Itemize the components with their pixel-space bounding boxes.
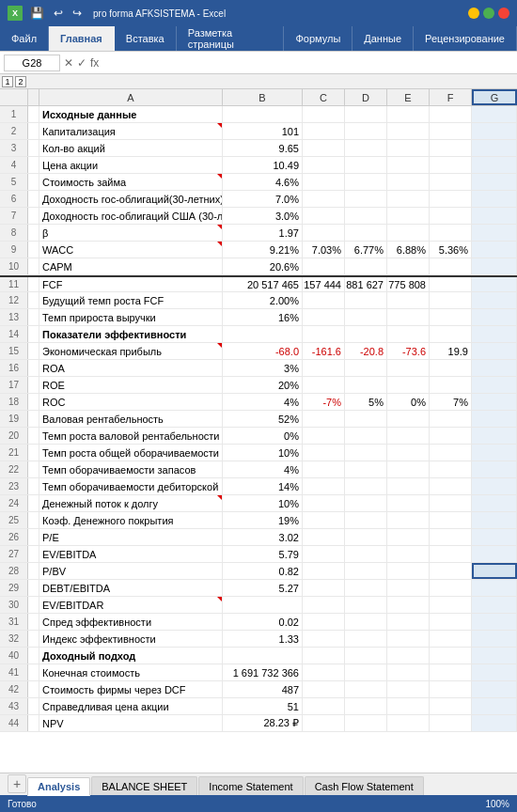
cell-c[interactable] bbox=[303, 411, 345, 427]
cell-b[interactable]: 3.02 bbox=[223, 529, 303, 545]
cell-g[interactable] bbox=[472, 123, 517, 139]
cell-a[interactable]: Темп оборачиваемости дебиторской bbox=[39, 478, 223, 494]
cell-f[interactable] bbox=[430, 140, 472, 156]
cell-d[interactable] bbox=[345, 174, 387, 190]
cell-g[interactable] bbox=[472, 495, 517, 511]
cell-b[interactable]: 4% bbox=[223, 394, 303, 410]
cell-a[interactable]: Доходный подход bbox=[39, 648, 223, 664]
cell-b[interactable] bbox=[223, 597, 303, 613]
outline-btn-1[interactable]: 1 bbox=[2, 76, 13, 87]
cell-d[interactable] bbox=[345, 123, 387, 139]
cell-a[interactable]: Спред эффективности bbox=[39, 614, 223, 630]
cell-a[interactable]: Темп роста валовой рентабельности bbox=[39, 428, 223, 444]
cell-d[interactable] bbox=[345, 512, 387, 528]
cell-f[interactable]: 5.36% bbox=[430, 242, 472, 258]
cell-d[interactable] bbox=[345, 631, 387, 647]
cell-d[interactable] bbox=[345, 715, 387, 731]
cell-e[interactable]: 6.88% bbox=[387, 242, 430, 258]
cell-g[interactable] bbox=[472, 258, 517, 274]
cell-c[interactable] bbox=[303, 428, 345, 444]
cell-d[interactable] bbox=[345, 157, 387, 173]
cell-e[interactable] bbox=[387, 631, 430, 647]
cell-d[interactable] bbox=[345, 461, 387, 477]
cell-e[interactable] bbox=[387, 157, 430, 173]
tab-data[interactable]: Данные bbox=[352, 26, 414, 51]
cell-b[interactable] bbox=[223, 648, 303, 664]
cell-g[interactable] bbox=[472, 681, 517, 697]
cell-c[interactable] bbox=[303, 123, 345, 139]
col-header-e[interactable]: E bbox=[387, 89, 430, 105]
cell-e[interactable] bbox=[387, 698, 430, 714]
cell-a[interactable]: Показатели эффективности bbox=[39, 326, 223, 342]
cell-f[interactable] bbox=[430, 664, 472, 680]
cell-g[interactable] bbox=[472, 597, 517, 613]
cell-c[interactable] bbox=[303, 529, 345, 545]
cell-b[interactable]: 20.6% bbox=[223, 258, 303, 274]
cell-f[interactable] bbox=[430, 360, 472, 376]
cell-e[interactable] bbox=[387, 140, 430, 156]
cell-e[interactable] bbox=[387, 191, 430, 207]
cell-g[interactable] bbox=[472, 478, 517, 494]
tab-insert[interactable]: Вставка bbox=[115, 26, 177, 51]
cell-a[interactable]: Капитализация bbox=[39, 123, 223, 139]
cell-a[interactable]: Справедливая цена акции bbox=[39, 698, 223, 714]
col-header-d[interactable]: D bbox=[345, 89, 387, 105]
quick-redo[interactable]: ↪ bbox=[70, 7, 84, 20]
cell-d[interactable] bbox=[345, 478, 387, 494]
cell-g[interactable] bbox=[472, 648, 517, 664]
cell-e[interactable] bbox=[387, 461, 430, 477]
cell-f[interactable] bbox=[430, 225, 472, 241]
cell-d[interactable] bbox=[345, 495, 387, 511]
cell-d[interactable] bbox=[345, 258, 387, 274]
cell-e[interactable] bbox=[387, 529, 430, 545]
cell-c[interactable] bbox=[303, 191, 345, 207]
cell-f[interactable] bbox=[430, 428, 472, 444]
cell-c[interactable] bbox=[303, 225, 345, 241]
cell-b[interactable]: 3% bbox=[223, 360, 303, 376]
cell-b[interactable]: -68.0 bbox=[223, 343, 303, 359]
cell-b[interactable]: 20% bbox=[223, 377, 303, 393]
tab-home[interactable]: Главная bbox=[49, 26, 115, 51]
cell-g[interactable] bbox=[472, 106, 517, 122]
cell-g[interactable] bbox=[472, 292, 517, 308]
tab-layout[interactable]: Разметка страницы bbox=[177, 26, 285, 51]
cell-f[interactable] bbox=[430, 292, 472, 308]
col-header-a[interactable]: A bbox=[39, 89, 223, 105]
cell-b[interactable]: 1 691 732 366 bbox=[223, 664, 303, 680]
cell-e[interactable] bbox=[387, 715, 430, 731]
cell-d[interactable] bbox=[345, 664, 387, 680]
cell-g[interactable] bbox=[472, 191, 517, 207]
cell-b[interactable]: 51 bbox=[223, 698, 303, 714]
cell-g[interactable] bbox=[472, 580, 517, 596]
cell-d[interactable] bbox=[345, 529, 387, 545]
cell-g[interactable] bbox=[472, 394, 517, 410]
cell-e[interactable] bbox=[387, 208, 430, 224]
cell-d[interactable] bbox=[345, 411, 387, 427]
cell-d[interactable] bbox=[345, 546, 387, 562]
cell-a[interactable]: Доходность гос-облигаций(30-летних) bbox=[39, 191, 223, 207]
cell-a[interactable]: Стоимость фирмы через DCF bbox=[39, 681, 223, 697]
cell-f[interactable] bbox=[430, 631, 472, 647]
cell-f[interactable] bbox=[430, 563, 472, 579]
cell-e[interactable] bbox=[387, 445, 430, 461]
cell-e[interactable] bbox=[387, 377, 430, 393]
tab-balance-sheet[interactable]: BALANCE SHEET bbox=[91, 776, 197, 795]
cell-d[interactable]: 5% bbox=[345, 394, 387, 410]
cell-f[interactable] bbox=[430, 715, 472, 731]
cell-c[interactable] bbox=[303, 461, 345, 477]
cell-f[interactable] bbox=[430, 597, 472, 613]
cell-e[interactable] bbox=[387, 681, 430, 697]
cell-a[interactable]: Цена акции bbox=[39, 157, 223, 173]
outline-btn-2[interactable]: 2 bbox=[15, 76, 26, 87]
col-header-f[interactable]: F bbox=[430, 89, 472, 105]
cell-d[interactable] bbox=[345, 445, 387, 461]
cell-d[interactable] bbox=[345, 191, 387, 207]
cell-c[interactable] bbox=[303, 715, 345, 731]
cell-b[interactable]: 101 bbox=[223, 123, 303, 139]
cell-f[interactable] bbox=[430, 208, 472, 224]
cell-g[interactable] bbox=[472, 546, 517, 562]
cell-e[interactable] bbox=[387, 546, 430, 562]
cell-c[interactable] bbox=[303, 664, 345, 680]
cell-e[interactable] bbox=[387, 580, 430, 596]
cell-c[interactable] bbox=[303, 106, 345, 122]
